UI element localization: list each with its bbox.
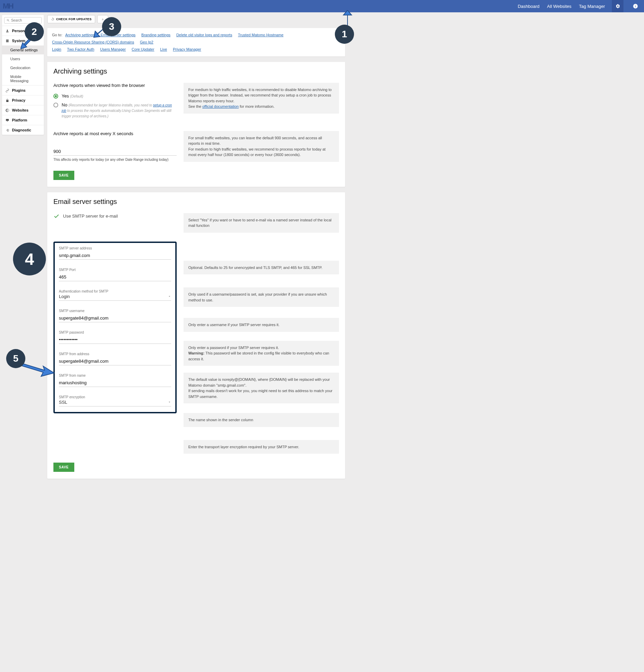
smtp-hint: Select "Yes" if you want or have to send…: [184, 213, 339, 233]
port-hint: Optional. Defaults to 25 for unencrypted…: [184, 261, 339, 275]
main-content: CHECK FOR UPDATES Go to: Archiving setti…: [44, 12, 349, 487]
user-hint: Only enter a username if your SMTP serve…: [184, 318, 339, 332]
archive-seconds-label: Archive reports at most every X seconds: [54, 131, 177, 136]
smtp-name-input[interactable]: [59, 378, 171, 387]
archive-seconds-input[interactable]: [54, 147, 177, 156]
search-field[interactable]: [11, 19, 39, 22]
archive-hint-2: For small traffic websites, you can leav…: [184, 131, 339, 162]
sidebar-geolocation[interactable]: Geolocation: [2, 63, 44, 72]
collapse-button[interactable]: [97, 15, 108, 23]
link-2fa[interactable]: Two Factor Auth: [67, 47, 94, 51]
archive-browser-label: Archive reports when viewed from the bro…: [54, 83, 177, 88]
smtp-from-input[interactable]: [59, 357, 171, 365]
sidebar-plugins[interactable]: Plugins: [2, 85, 44, 95]
person-icon: [5, 29, 9, 33]
link-email-server[interactable]: Email server settings: [101, 33, 136, 37]
nav-tag-manager[interactable]: Tag Manager: [578, 1, 606, 12]
smtp-fields-block: SMTP server address SMTP Port Authentica…: [54, 242, 177, 413]
refresh-icon: [51, 17, 55, 21]
email-title: Email server settings: [54, 198, 339, 206]
link-core-updater[interactable]: Core Updater: [132, 47, 154, 51]
sidebar-personal[interactable]: Personal: [2, 26, 44, 36]
link-archiving[interactable]: Archiving settings: [65, 33, 94, 37]
smtp-port-input[interactable]: [59, 272, 171, 281]
sidebar-platform[interactable]: Platform: [2, 115, 44, 125]
search-icon: [7, 19, 10, 22]
sidebar: Personal System General settings Users G…: [2, 15, 44, 135]
archive-seconds-help: This affects only reports for today (or …: [54, 158, 177, 161]
save-archiving-button[interactable]: SAVE: [54, 171, 74, 180]
info-icon[interactable]: [630, 0, 641, 12]
link-login[interactable]: Login: [52, 47, 61, 51]
link-icon: [5, 88, 9, 92]
use-smtp-toggle[interactable]: Use SMTP server for e-mail: [54, 213, 177, 219]
nav-all-websites[interactable]: All Websites: [547, 1, 572, 12]
link-delete-logs[interactable]: Delete old visitor logs and reports: [176, 33, 232, 37]
chevron-up-icon: [101, 17, 104, 21]
chevron-down-icon: [168, 295, 171, 298]
globe-icon: [5, 108, 9, 112]
monitor-icon: [5, 118, 9, 122]
save-email-button[interactable]: SAVE: [54, 463, 74, 472]
smtp-user-label: SMTP username: [59, 309, 171, 313]
gear-icon[interactable]: [612, 0, 623, 12]
lock-icon: [5, 98, 9, 102]
link-privacy-manager[interactable]: Privacy Manager: [173, 47, 201, 51]
nav-dashboard[interactable]: Dashboard: [517, 1, 540, 12]
link-docs[interactable]: official documentation: [202, 104, 239, 108]
name-hint: The name shown in the sender column: [184, 413, 339, 427]
enc-hint: Enter the transport layer encryption req…: [184, 440, 339, 454]
link-branding[interactable]: Branding settings: [141, 33, 171, 37]
from-hint: The default value is noreply@{DOMAIN}, w…: [184, 373, 339, 404]
sidebar-diagnostic[interactable]: Diagnostic: [2, 125, 44, 135]
smtp-server-label: SMTP server address: [59, 247, 171, 250]
radio-dot-icon: [54, 94, 58, 98]
sidebar-privacy[interactable]: Privacy: [2, 95, 44, 105]
radio-no[interactable]: No (Recommended for larger Matomo instal…: [54, 102, 177, 119]
sidebar-websites[interactable]: Websites: [2, 105, 44, 115]
sidebar-users[interactable]: Users: [2, 55, 44, 63]
smtp-server-input[interactable]: [59, 251, 171, 260]
goto-panel: Go to: Archiving settings Email server s…: [47, 28, 345, 57]
smtp-pass-input[interactable]: [59, 335, 171, 344]
smtp-enc-label: SMTP encryption: [59, 395, 171, 399]
link-trusted-host[interactable]: Trusted Matomo Hostname: [238, 33, 283, 37]
smtp-port-label: SMTP Port: [59, 268, 171, 272]
sidebar-system[interactable]: System: [2, 36, 44, 46]
radio-yes[interactable]: Yes (Default): [54, 93, 177, 99]
smtp-pass-label: SMTP password: [59, 331, 171, 334]
radio-dot-icon: [54, 103, 58, 107]
smtp-from-label: SMTP from address: [59, 352, 171, 356]
link-cors[interactable]: Cross-Origin Resource Sharing (CORS) dom…: [52, 40, 134, 44]
smtp-enc-select[interactable]: SSL: [59, 400, 171, 407]
sidebar-mobile-messaging[interactable]: Mobile Messaging: [2, 72, 44, 85]
smtp-auth-select[interactable]: Login: [59, 294, 171, 301]
link-geoip2[interactable]: Geo Ip2: [140, 40, 153, 44]
link-live[interactable]: Live: [160, 47, 167, 51]
goto-label: Go to:: [52, 33, 62, 37]
chevron-down-icon: [168, 400, 171, 404]
link-users-manager[interactable]: Users Manager: [100, 47, 126, 51]
pass-hint: Only enter a password if your SMTP serve…: [184, 341, 339, 366]
smtp-name-label: SMTP from name: [59, 374, 171, 377]
check-updates-button[interactable]: CHECK FOR UPDATES: [47, 15, 95, 23]
archive-hint-1: For medium to high traffic websites, it …: [184, 83, 339, 113]
check-icon: [54, 213, 60, 219]
archiving-panel: Archiving settings Archive reports when …: [47, 62, 345, 187]
sidebar-general-settings[interactable]: General settings: [2, 46, 44, 55]
gear-small-icon: [5, 128, 9, 132]
email-panel: Email server settings Use SMTP server fo…: [47, 192, 345, 479]
archiving-title: Archiving settings: [54, 68, 339, 75]
smtp-user-input[interactable]: [59, 313, 171, 322]
search-input[interactable]: [4, 17, 42, 24]
topbar: MH Dashboard All Websites Tag Manager: [0, 0, 644, 12]
top-nav: Dashboard All Websites Tag Manager: [517, 0, 641, 12]
auth-hint: Only used if a username/password is set,…: [184, 287, 339, 307]
system-icon: [5, 39, 9, 43]
smtp-auth-label: Authentication method for SMTP: [59, 289, 171, 293]
logo: MH: [3, 2, 13, 11]
